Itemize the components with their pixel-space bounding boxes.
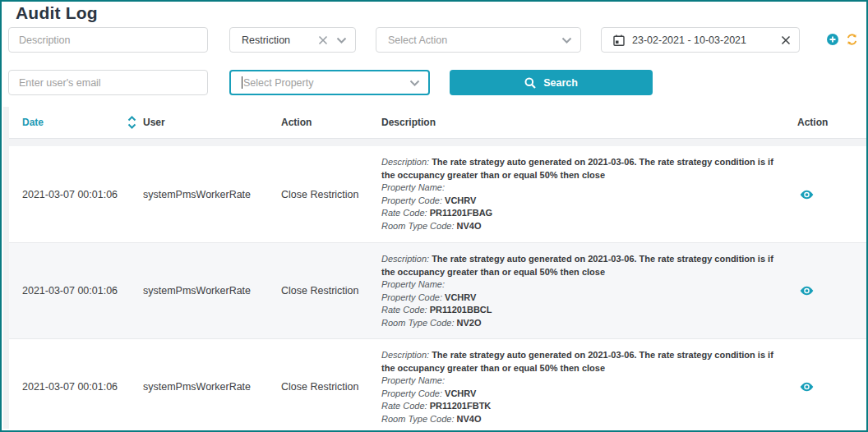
text-cursor [242, 76, 242, 89]
chevron-down-icon [561, 37, 572, 44]
cell-action: Close Restriction [281, 189, 381, 200]
search-button-label: Search [543, 77, 578, 89]
cell-description: Description: The rate strategy auto gene… [381, 146, 797, 232]
date-range-input[interactable]: 23-02-2021 - 10-03-2021 [601, 27, 800, 53]
audit-table: Date User Action Description Action 2021… [3, 107, 866, 432]
cell-date: 2021-03-07 00:01:06 [22, 381, 143, 393]
table-row: 2021-03-07 00:01:06 systemPmsWorkerRate … [3, 146, 866, 242]
table-header: Date User Action Description Action [3, 107, 866, 138]
property-select-placeholder: Select Property [243, 77, 409, 89]
column-header-user: User [143, 117, 281, 128]
description-input[interactable] [8, 27, 208, 53]
search-button[interactable]: Search [450, 70, 653, 95]
cell-user: systemPmsWorkerRate [143, 381, 281, 393]
chevron-down-icon [409, 80, 420, 86]
cell-date: 2021-03-07 00:01:06 [22, 189, 143, 200]
property-select[interactable]: Select Property [229, 70, 430, 95]
table-row: 2021-03-07 00:01:06 systemPmsWorkerRate … [3, 338, 866, 432]
cell-description: Description: The rate strategy auto gene… [381, 339, 797, 425]
clear-date-icon[interactable] [781, 35, 791, 45]
add-button[interactable] [827, 34, 838, 45]
category-select-value: Restriction [242, 34, 318, 46]
view-details-eye-icon[interactable] [797, 190, 866, 200]
cell-date: 2021-03-07 00:01:06 [22, 285, 143, 296]
cell-user: systemPmsWorkerRate [143, 189, 281, 200]
calendar-icon [613, 34, 625, 46]
email-input[interactable] [8, 70, 208, 95]
date-range-value: 23-02-2021 - 10-03-2021 [632, 34, 781, 46]
audit-log-page: Audit Log Restriction Select Action 23-0… [0, 0, 868, 432]
search-icon [524, 77, 536, 89]
view-details-eye-icon[interactable] [797, 286, 866, 296]
sort-icon[interactable] [127, 116, 136, 129]
clear-category-icon[interactable] [318, 35, 328, 45]
column-header-action: Action [281, 117, 381, 128]
category-select[interactable]: Restriction [229, 27, 356, 53]
refresh-button[interactable] [846, 34, 858, 45]
page-title: Audit Log [16, 3, 98, 23]
column-header-date[interactable]: Date [22, 116, 143, 129]
column-header-row-action: Action [797, 117, 866, 128]
action-select[interactable]: Select Action [376, 27, 581, 53]
header-divider [3, 138, 866, 146]
cell-user: systemPmsWorkerRate [143, 285, 281, 296]
cell-action: Close Restriction [281, 285, 381, 296]
action-select-placeholder: Select Action [388, 34, 561, 46]
scrollbar-track [3, 107, 9, 429]
chevron-down-icon [336, 37, 347, 44]
view-details-eye-icon[interactable] [797, 382, 866, 392]
column-header-description: Description [381, 117, 797, 128]
cell-action: Close Restriction [281, 381, 381, 393]
cell-description: Description: The rate strategy auto gene… [381, 243, 797, 329]
table-row: 2021-03-07 00:01:06 systemPmsWorkerRate … [3, 242, 866, 338]
